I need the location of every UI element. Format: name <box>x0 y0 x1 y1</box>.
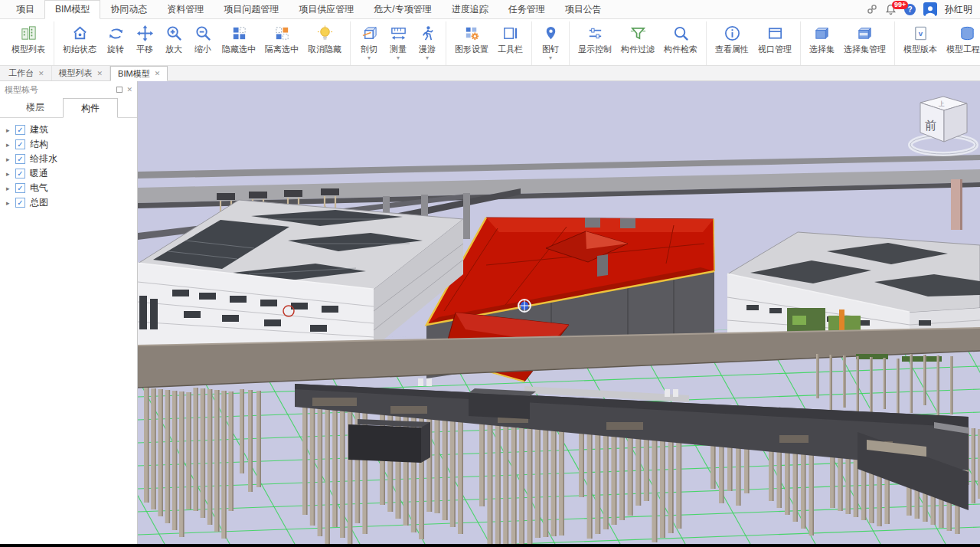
selection-set-icon <box>812 23 832 43</box>
tab-close-icon[interactable]: ✕ <box>97 70 103 77</box>
link-icon[interactable] <box>867 4 877 15</box>
ribbon-button-label: 构件检索 <box>664 44 697 55</box>
menu-item-project-supply-management[interactable]: 项目供应管理 <box>289 0 364 18</box>
tree-item-label: 建筑 <box>30 123 48 136</box>
model-list-icon <box>18 23 38 43</box>
user-avatar[interactable] <box>923 2 937 16</box>
tree-item-plumbing[interactable]: ▸✓给排水 <box>0 152 137 166</box>
tree-expand-icon[interactable]: ▸ <box>6 199 15 207</box>
tree-checkbox[interactable]: ✓ <box>15 198 25 208</box>
pan-button[interactable]: 平移▾ <box>130 21 159 61</box>
viewport-management-icon <box>765 23 785 43</box>
pin-button[interactable]: 图钉▾ <box>536 21 565 61</box>
walkthrough-button[interactable]: 漫游▾ <box>413 21 442 61</box>
tree-item-electrical[interactable]: ▸✓电气 <box>0 181 137 195</box>
menu-item-bim-model[interactable]: BIM模型 <box>44 0 100 19</box>
menu-item-project-announcement[interactable]: 项目公告 <box>555 0 612 18</box>
rotate-button[interactable]: 旋转▾ <box>101 21 130 61</box>
ribbon-button-label: 旋转 <box>107 44 124 55</box>
menu-item-project-issue-management[interactable]: 项目问题管理 <box>214 0 289 18</box>
tree-item-architecture[interactable]: ▸✓建筑 <box>0 123 137 137</box>
viewport-3d-scene: 上 前 <box>138 81 980 544</box>
tree-expand-icon[interactable]: ▸ <box>6 170 15 178</box>
ribbon-button-label: 模型列表 <box>11 44 45 55</box>
tab-close-icon[interactable]: ✕ <box>155 70 161 77</box>
doc-tab-workbench[interactable]: 工作台✕ <box>2 66 52 80</box>
viewport-management-button[interactable]: 视口管理▾ <box>753 21 796 61</box>
notification-bell-icon[interactable]: 99+ <box>885 4 897 15</box>
panel-maximize-icon[interactable] <box>116 87 122 93</box>
ribbon-group-6: 查看属性▾视口管理▾ <box>707 21 801 65</box>
bottom-strip <box>0 544 980 547</box>
component-filter-icon <box>628 23 648 43</box>
component-search-button[interactable]: 构件检索▾ <box>659 21 702 61</box>
tab-close-icon[interactable]: ✕ <box>38 70 44 77</box>
tree-expand-icon[interactable]: ▸ <box>6 156 15 163</box>
selection-set-button[interactable]: 选择集▾ <box>805 21 839 61</box>
tree-checkbox[interactable]: ✓ <box>15 125 25 135</box>
ribbon-button-label: 漫游 <box>419 44 436 55</box>
ribbon-button-label: 剖切 <box>361 44 377 55</box>
ribbon-button-label: 取消隐藏 <box>308 44 341 55</box>
menu-items: 项目BIM模型协同动态资料管理项目问题管理项目供应管理危大/专项管理进度追踪任务… <box>6 0 612 18</box>
doc-tab-label: 工作台 <box>8 67 34 79</box>
zoom-out-icon <box>193 23 213 43</box>
view-properties-button[interactable]: 查看属性▾ <box>710 21 753 61</box>
doc-tab-bim-model[interactable]: BIM模型✕ <box>110 66 168 81</box>
menu-item-task-management[interactable]: 任务管理 <box>498 0 555 18</box>
chevron-down-icon[interactable]: ▾ <box>549 55 552 61</box>
component-filter-button[interactable]: 构件过滤▾ <box>616 21 659 61</box>
ribbon-button-label: 隔离选中 <box>265 44 299 55</box>
tree-expand-icon[interactable]: ▸ <box>6 126 15 134</box>
tree-item-hvac[interactable]: ▸✓暖通 <box>0 166 137 181</box>
ribbon-button-label: 视口管理 <box>758 44 792 55</box>
tree-item-structure[interactable]: ▸✓结构 <box>0 137 137 152</box>
model-quantity-button[interactable]: 模型工程量▾ <box>942 21 980 61</box>
toolbar-button[interactable]: 工具栏▾ <box>493 21 528 61</box>
menu-item-major-special-management[interactable]: 危大/专项管理 <box>364 0 441 18</box>
display-control-button[interactable]: 显示控制▾ <box>573 21 616 61</box>
graphic-settings-button[interactable]: 图形设置▾ <box>450 21 493 61</box>
menu-item-document-management[interactable]: 资料管理 <box>157 0 214 18</box>
menu-item-progress-tracking[interactable]: 进度追踪 <box>442 0 498 18</box>
menu-item-collab-dynamics[interactable]: 协同动态 <box>100 0 157 18</box>
initial-state-button[interactable]: 初始状态▾ <box>58 21 101 61</box>
discipline-tree: ▸✓建筑▸✓结构▸✓给排水▸✓暖通▸✓电气▸✓总图 <box>0 118 137 210</box>
tree-checkbox[interactable]: ✓ <box>15 154 25 164</box>
tree-checkbox[interactable]: ✓ <box>15 183 25 193</box>
ribbon-button-label: 构件过滤 <box>621 44 655 55</box>
sidebar-tab-components[interactable]: 构件 <box>63 98 118 118</box>
chevron-down-icon[interactable]: ▾ <box>397 55 400 61</box>
tree-checkbox[interactable]: ✓ <box>15 139 25 149</box>
chevron-down-icon[interactable]: ▾ <box>426 55 429 61</box>
chevron-down-icon[interactable]: ▾ <box>368 55 371 61</box>
isolate-selected-button[interactable]: 隔离选中▾ <box>260 21 303 61</box>
unhide-button[interactable]: 取消隐藏▾ <box>303 21 346 61</box>
pin-icon <box>541 23 560 43</box>
panel-close-icon[interactable]: ✕ <box>126 86 132 93</box>
tree-expand-icon[interactable]: ▸ <box>6 141 15 149</box>
sidebar-tab-floors[interactable]: 楼层 <box>8 98 63 117</box>
toolbar-icon <box>501 23 521 43</box>
selection-set-management-button[interactable]: 选择集管理▾ <box>839 21 890 61</box>
section-button[interactable]: 剖切▾ <box>354 21 384 61</box>
measure-button[interactable]: 测量▾ <box>384 21 413 61</box>
hide-selected-button[interactable]: 隐藏选中▾ <box>217 21 260 61</box>
tree-expand-icon[interactable]: ▸ <box>6 185 15 192</box>
tree-checkbox[interactable]: ✓ <box>15 169 25 179</box>
ribbon-button-label: 缩小 <box>194 44 211 55</box>
ribbon-toolbar: 模型列表▾初始状态▾旋转▾平移▾放大▾缩小▾隐藏选中▾隔离选中▾取消隐藏▾剖切▾… <box>0 19 980 66</box>
zoom-in-button[interactable]: 放大▾ <box>159 21 188 61</box>
measure-icon <box>388 23 408 43</box>
zoom-out-button[interactable]: 缩小▾ <box>188 21 217 61</box>
initial-state-icon <box>70 23 90 43</box>
right-pier <box>951 179 962 230</box>
tree-item-site-plan[interactable]: ▸✓总图 <box>0 195 137 210</box>
model-version-button[interactable]: v模型版本▾ <box>899 21 942 61</box>
model-list-button[interactable]: 模型列表▾ <box>7 21 50 61</box>
isolate-selected-icon <box>272 23 292 43</box>
viewport-3d[interactable]: 上 前 <box>138 81 980 544</box>
doc-tab-model-list[interactable]: 模型列表✕ <box>52 66 111 80</box>
menu-item-project[interactable]: 项目 <box>6 0 44 18</box>
menu-right-controls: 99+ ? 孙红明 <box>867 0 980 18</box>
